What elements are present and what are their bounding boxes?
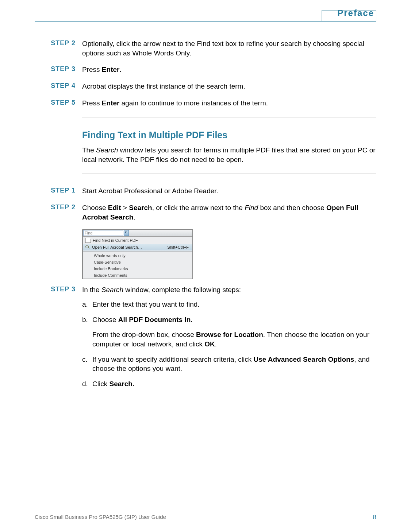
separator — [82, 117, 376, 117]
step-label: STEP 4 — [35, 82, 82, 91]
step-row: STEP 2Choose Edit > Search, or click the… — [35, 203, 376, 222]
substep-text: Enter the text that you want to find. — [92, 300, 376, 309]
binoculars-icon — [85, 245, 90, 249]
substep-b: b. Choose All PDF Documents in. — [82, 315, 376, 325]
menu-item: Case-Sensitive — [83, 259, 192, 265]
menu-item-label: Open Full Acrobat Search… — [92, 245, 142, 249]
menu-item-label: Include Bookmarks — [94, 267, 128, 271]
step-label: STEP 3 — [35, 285, 82, 394]
step-row: STEP 2Optionally, click the arrow next t… — [35, 39, 376, 58]
step-label: STEP 5 — [35, 98, 82, 108]
find-dropdown-screenshot: Find Find Next in Current PDFOpen Full A… — [82, 229, 193, 279]
substep-letter: d. — [82, 379, 92, 389]
step-label: STEP 1 — [35, 186, 82, 196]
step-text: Optionally, click the arrow next to the … — [82, 39, 376, 58]
menu-item: Open Full Acrobat Search…Shift+Ctrl+F — [83, 244, 192, 251]
step-row: STEP 5Press Enter again to continue to m… — [35, 98, 376, 108]
step-row: STEP 4Acrobat displays the first instanc… — [35, 82, 376, 91]
menu-item: Include Bookmarks — [83, 265, 192, 272]
substep-text: If you want to specify additional search… — [92, 355, 376, 373]
step-text: Acrobat displays the first instance of t… — [82, 82, 376, 91]
menu-item-label: Case-Sensitive — [94, 260, 121, 264]
substep-letter: c. — [82, 355, 92, 373]
step-text: Choose Edit > Search, or click the arrow… — [82, 203, 376, 222]
steps-new: STEP 1Start Acrobat Professional or Adob… — [35, 186, 376, 222]
step-text: Start Acrobat Professional or Adobe Read… — [82, 186, 376, 196]
find-input: Find — [83, 230, 123, 236]
step-text: Press Enter. — [82, 65, 376, 74]
page-number: 8 — [373, 514, 376, 521]
menu-item-shortcut: Shift+Ctrl+F — [167, 245, 190, 249]
menu-item: Include Comments — [83, 272, 192, 279]
substep-c: c. If you want to specify additional sea… — [82, 355, 376, 373]
document-icon — [85, 238, 91, 243]
step-text: In the Search window, complete the follo… — [82, 285, 376, 295]
menu-item: Whole words only — [83, 252, 192, 259]
find-menu: Find Next in Current PDFOpen Full Acroba… — [83, 237, 192, 279]
substep-letter: b. — [82, 315, 92, 325]
substep-followup: From the drop-down box, choose Browse fo… — [92, 330, 376, 349]
substep-text: Choose All PDF Documents in. — [92, 315, 376, 325]
step-label: STEP 2 — [35, 39, 82, 58]
substep-a: a. Enter the text that you want to find. — [82, 300, 376, 309]
menu-separator — [83, 251, 192, 252]
menu-item: Find Next in Current PDF — [83, 237, 192, 244]
step-row: STEP 1Start Acrobat Professional or Adob… — [35, 186, 376, 196]
step-row: STEP 3 In the Search window, complete th… — [35, 285, 376, 394]
section-heading: Finding Text in Multiple PDF Files — [82, 130, 376, 140]
section-intro: The Search window lets you search for te… — [82, 145, 376, 164]
separator — [82, 174, 376, 174]
step-row: STEP 3Press Enter. — [35, 65, 376, 74]
page-footer: Cisco Small Business Pro SPA525G (SIP) U… — [35, 510, 376, 521]
substep-text: Click Search. — [92, 379, 376, 389]
menu-item-label: Find Next in Current PDF — [93, 238, 138, 242]
header-rule — [35, 10, 376, 22]
substep-letter: a. — [82, 300, 92, 309]
step-label: STEP 2 — [35, 203, 82, 222]
menu-item-label: Whole words only — [94, 253, 126, 258]
footer-title: Cisco Small Business Pro SPA525G (SIP) U… — [35, 514, 166, 521]
substep-d: d. Click Search. — [82, 379, 376, 389]
find-dropdown-arrow — [124, 230, 129, 236]
step-label: STEP 3 — [35, 65, 82, 74]
step-text: Press Enter again to continue to more in… — [82, 98, 376, 108]
menu-item-label: Include Comments — [94, 273, 127, 277]
steps-continued: STEP 2Optionally, click the arrow next t… — [35, 39, 376, 108]
